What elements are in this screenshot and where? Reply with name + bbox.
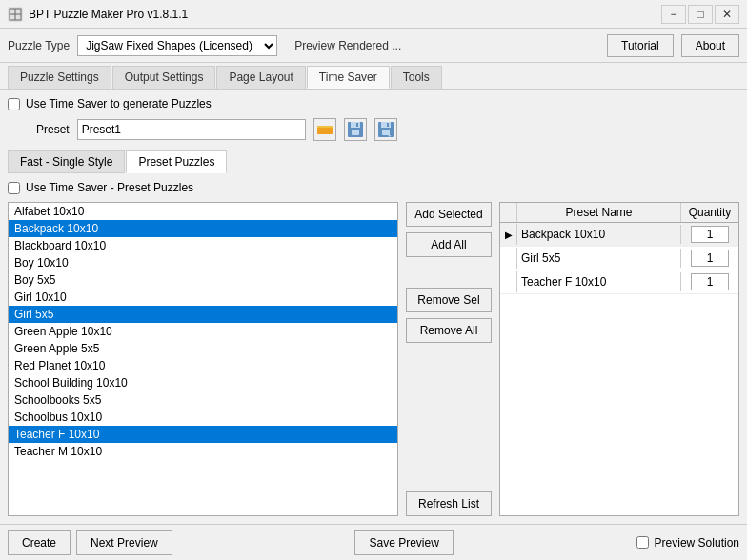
- about-button[interactable]: About: [681, 34, 739, 57]
- preset-label: Preset: [36, 123, 70, 136]
- row-qty-cell[interactable]: [681, 247, 738, 270]
- title-bar: BPT Puzzle Maker Pro v1.8.1.1 − □ ✕: [0, 0, 747, 29]
- refresh-list-button[interactable]: Refresh List: [406, 491, 492, 516]
- list-item[interactable]: Schoolbus 10x10: [9, 409, 397, 426]
- svg-rect-14: [387, 123, 389, 127]
- svg-rect-8: [351, 122, 360, 128]
- header-preset-name: Preset Name: [517, 203, 681, 222]
- save-icon: [348, 122, 363, 137]
- preview-solution-label: Preview Solution: [655, 536, 739, 550]
- row-qty-cell[interactable]: [681, 223, 738, 246]
- row-arrow-cell: [500, 248, 517, 269]
- tab-tools[interactable]: Tools: [391, 66, 442, 89]
- use-timesaver-checkbox[interactable]: [8, 98, 20, 110]
- row-name-cell: Teacher F 10x10: [517, 272, 681, 291]
- open-preset-button[interactable]: [313, 118, 336, 141]
- bottom-left-buttons: Create Next Preview: [8, 530, 172, 555]
- bottom-panel: Create Next Preview Save Preview Preview…: [0, 524, 747, 560]
- list-item[interactable]: Green Apple 5x5: [9, 340, 397, 357]
- bottom-right: Preview Solution: [636, 536, 739, 550]
- list-item[interactable]: Boy 10x10: [9, 254, 397, 271]
- add-all-button[interactable]: Add All: [406, 232, 492, 257]
- tutorial-button[interactable]: Tutorial: [607, 34, 674, 57]
- app-icon: [8, 7, 23, 22]
- sub-tabs: Fast - Single Style Preset Puzzles: [8, 150, 739, 173]
- add-selected-button[interactable]: Add Selected: [406, 202, 492, 227]
- svg-text:+: +: [388, 132, 392, 137]
- puzzle-type-label: Puzzle Type: [8, 39, 70, 52]
- tab-output-settings[interactable]: Output Settings: [112, 66, 216, 89]
- list-item[interactable]: Girl 5x5: [9, 306, 397, 323]
- preset-row: Preset +: [8, 118, 739, 141]
- puzzle-list-panel[interactable]: Alfabet 10x10Backpack 10x10Blackboard 10…: [8, 202, 398, 516]
- qty-input[interactable]: [691, 250, 729, 267]
- remove-sel-button[interactable]: Remove Sel: [406, 288, 492, 312]
- row-qty-cell[interactable]: [681, 270, 738, 293]
- list-item[interactable]: Backpack 10x10: [9, 220, 397, 237]
- svg-rect-6: [317, 128, 333, 134]
- list-item[interactable]: Girl 10x10: [9, 289, 397, 306]
- list-item[interactable]: Alfabet 10x10: [9, 203, 397, 220]
- header-quantity: Quantity: [681, 203, 738, 222]
- svg-rect-12: [381, 122, 391, 128]
- preset-table-header: Preset Name Quantity: [500, 203, 738, 223]
- row-arrow-cell: ▶: [500, 224, 517, 245]
- main-area: Alfabet 10x10Backpack 10x10Blackboard 10…: [8, 202, 739, 516]
- row-name-cell: Backpack 10x10: [517, 225, 681, 244]
- next-preview-button[interactable]: Next Preview: [76, 530, 172, 555]
- list-item[interactable]: Boy 5x5: [9, 271, 397, 289]
- close-button[interactable]: ✕: [715, 5, 739, 24]
- save-preset-button[interactable]: [344, 118, 367, 141]
- sub-tab-fast-single[interactable]: Fast - Single Style: [8, 150, 125, 173]
- list-item[interactable]: Schoolbooks 5x5: [9, 391, 397, 409]
- row-name-cell: Girl 5x5: [517, 249, 681, 268]
- list-item[interactable]: Red Planet 10x10: [9, 357, 397, 374]
- tab-time-saver[interactable]: Time Saver: [307, 66, 390, 89]
- row-arrow-cell: [500, 271, 517, 292]
- saveas-preset-button[interactable]: +: [374, 118, 397, 141]
- maximize-button[interactable]: □: [688, 5, 713, 24]
- list-item[interactable]: Teacher M 10x10: [9, 443, 397, 460]
- preset-input[interactable]: [77, 119, 306, 140]
- preset-table-body: ▶ Backpack 10x10 Girl 5x5 Teacher F 10x1…: [500, 223, 738, 515]
- svg-rect-9: [352, 130, 359, 135]
- list-item[interactable]: Green Apple 10x10: [9, 323, 397, 340]
- action-buttons-panel: Add Selected Add All Remove Sel Remove A…: [406, 202, 492, 516]
- preset-table-panel: Preset Name Quantity ▶ Backpack 10x10 Gi…: [499, 202, 739, 516]
- save-preview-button[interactable]: Save Preview: [354, 530, 453, 555]
- window-controls: − □ ✕: [661, 5, 739, 24]
- sub-tab-preset-puzzles[interactable]: Preset Puzzles: [126, 150, 227, 173]
- preview-solution-checkbox[interactable]: [636, 536, 649, 549]
- svg-rect-10: [356, 123, 358, 127]
- remove-all-button[interactable]: Remove All: [406, 318, 492, 343]
- folder-open-icon: [317, 123, 333, 136]
- table-row[interactable]: Girl 5x5: [500, 247, 738, 270]
- main-tabs: Puzzle Settings Output Settings Page Lay…: [0, 63, 747, 90]
- use-timesaver-row: Use Time Saver to generate Puzzles: [8, 97, 739, 110]
- use-timesaver-preset-label: Use Time Saver - Preset Puzzles: [26, 181, 193, 194]
- app-title: BPT Puzzle Maker Pro v1.8.1.1: [29, 8, 661, 21]
- qty-input[interactable]: [691, 273, 729, 290]
- content-area: Use Time Saver to generate Puzzles Prese…: [0, 90, 747, 558]
- minimize-button[interactable]: −: [661, 5, 686, 24]
- use-timesaver-preset-checkbox[interactable]: [8, 182, 20, 194]
- table-row[interactable]: ▶ Backpack 10x10: [500, 223, 738, 247]
- header-arrow-col: [500, 203, 517, 222]
- toolbar: Puzzle Type JigSaw Fixed Shapes (License…: [0, 29, 747, 63]
- tab-puzzle-settings[interactable]: Puzzle Settings: [8, 66, 111, 89]
- list-item[interactable]: School Building 10x10: [9, 374, 397, 391]
- tab-page-layout[interactable]: Page Layout: [216, 66, 305, 89]
- table-row[interactable]: Teacher F 10x10: [500, 270, 738, 294]
- qty-input[interactable]: [691, 226, 729, 243]
- use-timesaver-label: Use Time Saver to generate Puzzles: [26, 97, 212, 110]
- saveas-icon: +: [378, 122, 394, 137]
- use-timesaver-preset-row: Use Time Saver - Preset Puzzles: [8, 181, 739, 194]
- list-item[interactable]: Blackboard 10x10: [9, 237, 397, 254]
- puzzle-type-select[interactable]: JigSaw Fixed Shapes (Licensed): [77, 35, 277, 56]
- create-button[interactable]: Create: [8, 530, 71, 555]
- list-item[interactable]: Teacher F 10x10: [9, 426, 397, 443]
- status-text: Preview Rendered ...: [285, 39, 599, 52]
